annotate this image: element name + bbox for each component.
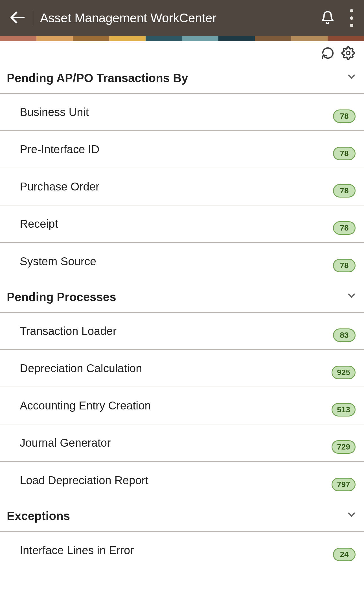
list-pending-processes: Transaction Loader 83 Depreciation Calcu…: [0, 312, 364, 499]
count-badge: 78: [333, 184, 356, 198]
row-label: Transaction Loader: [20, 325, 117, 337]
chevron-down-icon: [346, 290, 357, 304]
section-title: Pending Processes: [7, 290, 116, 304]
row-business-unit[interactable]: Business Unit 78: [0, 94, 364, 131]
header-divider: [33, 10, 33, 26]
header-actions: [321, 9, 353, 27]
count-badge: 83: [333, 328, 356, 342]
row-receipt[interactable]: Receipt 78: [0, 205, 364, 243]
notifications-icon[interactable]: [321, 10, 335, 26]
page-toolbar: [0, 41, 364, 61]
count-badge: 78: [333, 259, 356, 272]
svg-point-1: [347, 51, 350, 55]
row-label: Journal Generator: [20, 437, 111, 449]
chevron-down-icon: [346, 509, 357, 523]
row-accounting-entry-creation[interactable]: Accounting Entry Creation 513: [0, 387, 364, 424]
row-system-source[interactable]: System Source 78: [0, 243, 364, 280]
count-badge: 78: [333, 147, 356, 160]
settings-gear-icon[interactable]: [341, 46, 355, 61]
count-badge: 78: [333, 221, 356, 235]
count-badge: 78: [333, 109, 356, 123]
overflow-menu-icon[interactable]: [350, 9, 353, 27]
row-label: Load Depreciation Report: [20, 474, 148, 487]
row-label: Business Unit: [20, 106, 89, 119]
section-title: Exceptions: [7, 509, 70, 523]
section-header-pending-processes[interactable]: Pending Processes: [0, 280, 364, 312]
row-journal-generator[interactable]: Journal Generator 729: [0, 424, 364, 462]
chevron-down-icon: [346, 71, 357, 85]
refresh-icon[interactable]: [321, 46, 335, 61]
row-label: System Source: [20, 255, 96, 268]
count-badge: 925: [332, 366, 356, 379]
row-transaction-loader[interactable]: Transaction Loader 83: [0, 313, 364, 350]
row-depreciation-calculation[interactable]: Depreciation Calculation 925: [0, 350, 364, 387]
count-badge: 24: [333, 548, 356, 561]
section-header-pending-appo[interactable]: Pending AP/PO Transactions By: [0, 61, 364, 93]
row-label: Pre-Interface ID: [20, 143, 99, 156]
row-load-depreciation-report[interactable]: Load Depreciation Report 797: [0, 462, 364, 499]
count-badge: 513: [332, 403, 356, 417]
count-badge: 729: [332, 440, 356, 454]
back-icon[interactable]: [8, 9, 26, 27]
list-pending-appo: Business Unit 78 Pre-Interface ID 78 Pur…: [0, 93, 364, 280]
row-label: Accounting Entry Creation: [20, 399, 151, 412]
section-header-exceptions[interactable]: Exceptions: [0, 499, 364, 531]
row-interface-lines-in-error[interactable]: Interface Lines in Error 24: [0, 532, 364, 569]
row-label: Depreciation Calculation: [20, 362, 142, 375]
decorative-banner: [0, 36, 364, 41]
row-pre-interface-id[interactable]: Pre-Interface ID 78: [0, 131, 364, 168]
section-title: Pending AP/PO Transactions By: [7, 71, 188, 85]
row-purchase-order[interactable]: Purchase Order 78: [0, 168, 364, 205]
row-label: Purchase Order: [20, 180, 99, 193]
app-header: Asset Management WorkCenter: [0, 0, 364, 36]
row-label: Interface Lines in Error: [20, 544, 134, 557]
row-label: Receipt: [20, 218, 58, 230]
page-title: Asset Management WorkCenter: [40, 11, 321, 25]
count-badge: 797: [332, 478, 356, 491]
list-exceptions: Interface Lines in Error 24: [0, 531, 364, 569]
